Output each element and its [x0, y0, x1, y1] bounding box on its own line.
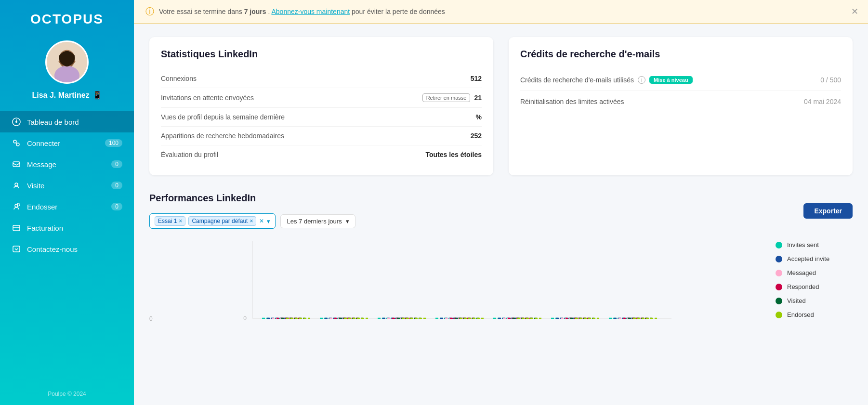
sidebar-item-facturation[interactable]: Facturation: [0, 217, 134, 238]
visited-dot: [776, 298, 782, 304]
remove-essai-tag[interactable]: ×: [179, 218, 182, 224]
main-content: ⓘ Votre essai se termine dans 7 jours . …: [134, 0, 868, 405]
chart-zero-label: 0: [149, 315, 153, 322]
page-content: Statistiques LinkedIn Connexions 512 Inv…: [134, 24, 868, 405]
endorsed-dot: [776, 312, 782, 318]
message-badge: 0: [111, 160, 122, 168]
top-stats-row: Statistiques LinkedIn Connexions 512 Inv…: [149, 37, 853, 175]
remove-campagne-tag[interactable]: ×: [250, 218, 253, 224]
svg-rect-16: [13, 246, 20, 252]
filter-bar: Essai 1 × Campagne par défaut × ✕ ▾: [149, 213, 355, 229]
export-button[interactable]: Exporter: [803, 203, 853, 219]
sidebar-item-label: Facturation: [27, 224, 63, 232]
upgrade-badge[interactable]: Mise à niveau: [649, 76, 693, 84]
sidebar-item-label: Endosser: [27, 203, 57, 211]
sidebar-item-message[interactable]: Message 0: [0, 154, 134, 175]
svg-point-6: [15, 121, 17, 123]
username-text: Lisa J. Martinez: [32, 91, 89, 100]
sidebar-item-contactez[interactable]: Contactez-nous: [0, 238, 134, 260]
performance-chart: 0 0: [149, 236, 760, 333]
dropdown-arrow-icon[interactable]: ▾: [267, 218, 270, 225]
svg-point-7: [13, 140, 16, 143]
stats-row-apparitions: Apparitions de recherche hebdomadaires 2…: [161, 127, 482, 145]
sidebar-item-label: Tableau de bord: [27, 118, 79, 126]
filter-tag-campagne: Campagne par défaut ×: [188, 216, 256, 226]
logo: OCTOPUS: [30, 12, 104, 27]
message-icon: [12, 159, 21, 169]
legend-invites-sent: Invites sent: [776, 241, 853, 248]
sidebar-item-connecter[interactable]: Connecter 100: [0, 132, 134, 154]
svg-point-8: [16, 143, 19, 146]
svg-point-11: [15, 183, 18, 186]
dashboard-icon: [12, 117, 21, 127]
performances-header: Performances LinkedIn Essai 1 × Campagne…: [149, 193, 853, 229]
sidebar-footer: Poulpe © 2024: [48, 383, 86, 397]
sidebar-item-endosser[interactable]: Endosser 0: [0, 196, 134, 217]
svg-rect-14: [13, 225, 20, 231]
credits-title: Crédits de recherche d'e-mails: [520, 49, 841, 60]
campaign-filter[interactable]: Essai 1 × Campagne par défaut × ✕ ▾: [149, 213, 276, 229]
sidebar-item-label: Contactez-nous: [27, 245, 78, 253]
trial-banner: ⓘ Votre essai se termine dans 7 jours . …: [134, 0, 868, 24]
period-arrow-icon: ▾: [346, 218, 349, 225]
sidebar-username: Lisa J. Martinez 📱: [32, 91, 102, 100]
legend-visited: Visited: [776, 297, 853, 304]
sidebar-item-tableau[interactable]: Tableau de bord: [0, 111, 134, 132]
avatar: [45, 40, 89, 84]
legend-endorsed: Endorsed: [776, 311, 853, 318]
legend-responded: Responded: [776, 283, 853, 290]
sidebar-item-label: Connecter: [27, 139, 60, 147]
performances-title: Performances LinkedIn Essai 1 × Campagne…: [149, 193, 355, 229]
phone-icon: 📱: [92, 91, 102, 100]
sidebar-item-label: Message: [27, 160, 56, 169]
invites-sent-dot: [776, 242, 782, 248]
accepted-invite-dot: [776, 256, 782, 262]
svg-line-9: [16, 143, 17, 144]
period-dropdown[interactable]: Les 7 derniers jours ▾: [280, 214, 355, 228]
svg-text:0: 0: [243, 315, 247, 322]
chart-legend: Invites sent Accepted invite Messaged Re…: [776, 236, 853, 333]
stats-row-connexions: Connexions 512: [161, 69, 482, 88]
clear-all-icon[interactable]: ✕: [259, 218, 264, 224]
legend-messaged: Messaged: [776, 269, 853, 276]
sidebar-item-visite[interactable]: Visite 0: [0, 175, 134, 196]
credits-row-used: Crédits de recherche d'e-mails utilisés …: [520, 69, 841, 91]
sidebar: OCTOPUS Lisa J. Martinez 📱 Tableau de bo…: [0, 0, 134, 405]
performances-section: Performances LinkedIn Essai 1 × Campagne…: [149, 193, 853, 333]
linkedin-stats-card: Statistiques LinkedIn Connexions 512 Inv…: [149, 37, 493, 175]
stats-row-invitations: Invitations en attente envoyées Retirer …: [161, 88, 482, 108]
endosser-badge: 0: [111, 203, 122, 210]
subscribe-link[interactable]: Abonnez-vous maintenant: [271, 8, 350, 15]
credits-card: Crédits de recherche d'e-mails Crédits d…: [509, 37, 853, 175]
sidebar-item-label: Visite: [27, 182, 44, 190]
visite-badge: 0: [111, 182, 122, 189]
messaged-dot: [776, 270, 782, 276]
banner-text: Votre essai se termine dans 7 jours . Ab…: [159, 8, 445, 15]
chart-svg: 0: [149, 236, 760, 333]
endorse-icon: [12, 202, 21, 211]
legend-accepted-invite: Accepted invite: [776, 255, 853, 262]
responded-dot: [776, 284, 782, 290]
billing-icon: [12, 223, 21, 233]
contact-icon: [12, 244, 21, 254]
credits-row-reset: Réinitialisation des limites activées 04…: [520, 91, 841, 112]
stats-row-vues: Vues de profil depuis la semaine dernièr…: [161, 108, 482, 127]
stats-row-evaluation: Évaluation du profil Toutes les étoiles: [161, 145, 482, 164]
close-banner-button[interactable]: ✕: [851, 6, 858, 17]
retirer-masse-button[interactable]: Retirer en masse: [422, 93, 471, 102]
credits-info-icon[interactable]: i: [638, 76, 645, 84]
info-icon: ⓘ: [145, 6, 154, 17]
linkedin-stats-title: Statistiques LinkedIn: [161, 49, 482, 60]
connect-icon: [12, 138, 21, 148]
visit-icon: [12, 181, 21, 190]
chart-area: 0 0: [149, 236, 853, 333]
filter-tag-essai: Essai 1 ×: [155, 216, 185, 226]
sidebar-nav: Tableau de bord Connecter 100 Message 0 …: [0, 111, 134, 383]
connecter-badge: 100: [105, 139, 122, 147]
